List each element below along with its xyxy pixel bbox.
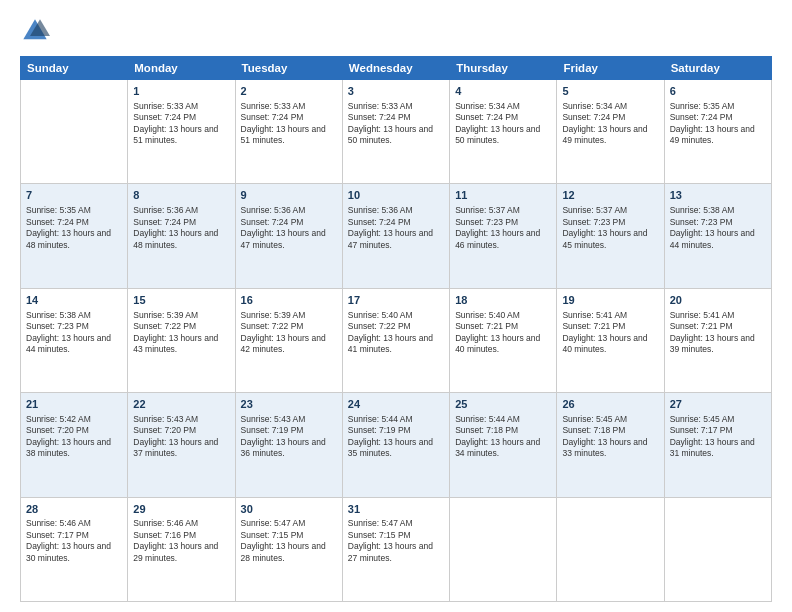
day-info: Sunrise: 5:36 AMSunset: 7:24 PMDaylight:… bbox=[241, 205, 337, 251]
calendar-cell: 31Sunrise: 5:47 AMSunset: 7:15 PMDayligh… bbox=[342, 497, 449, 601]
day-info: Sunrise: 5:35 AMSunset: 7:24 PMDaylight:… bbox=[26, 205, 122, 251]
header-cell-saturday: Saturday bbox=[664, 57, 771, 80]
calendar-cell: 29Sunrise: 5:46 AMSunset: 7:16 PMDayligh… bbox=[128, 497, 235, 601]
day-info: Sunrise: 5:39 AMSunset: 7:22 PMDaylight:… bbox=[133, 310, 229, 356]
day-number: 28 bbox=[26, 502, 122, 517]
calendar-cell: 5Sunrise: 5:34 AMSunset: 7:24 PMDaylight… bbox=[557, 80, 664, 184]
day-number: 20 bbox=[670, 293, 766, 308]
calendar-cell: 17Sunrise: 5:40 AMSunset: 7:22 PMDayligh… bbox=[342, 288, 449, 392]
day-number: 9 bbox=[241, 188, 337, 203]
week-row-2: 7Sunrise: 5:35 AMSunset: 7:24 PMDaylight… bbox=[21, 184, 772, 288]
day-info: Sunrise: 5:43 AMSunset: 7:19 PMDaylight:… bbox=[241, 414, 337, 460]
day-info: Sunrise: 5:37 AMSunset: 7:23 PMDaylight:… bbox=[455, 205, 551, 251]
calendar-table: SundayMondayTuesdayWednesdayThursdayFrid… bbox=[20, 56, 772, 602]
day-number: 5 bbox=[562, 84, 658, 99]
calendar-cell: 12Sunrise: 5:37 AMSunset: 7:23 PMDayligh… bbox=[557, 184, 664, 288]
calendar-cell: 6Sunrise: 5:35 AMSunset: 7:24 PMDaylight… bbox=[664, 80, 771, 184]
week-row-4: 21Sunrise: 5:42 AMSunset: 7:20 PMDayligh… bbox=[21, 393, 772, 497]
calendar-cell: 24Sunrise: 5:44 AMSunset: 7:19 PMDayligh… bbox=[342, 393, 449, 497]
day-number: 1 bbox=[133, 84, 229, 99]
header-cell-friday: Friday bbox=[557, 57, 664, 80]
week-row-5: 28Sunrise: 5:46 AMSunset: 7:17 PMDayligh… bbox=[21, 497, 772, 601]
calendar-cell: 7Sunrise: 5:35 AMSunset: 7:24 PMDaylight… bbox=[21, 184, 128, 288]
day-info: Sunrise: 5:38 AMSunset: 7:23 PMDaylight:… bbox=[670, 205, 766, 251]
day-number: 26 bbox=[562, 397, 658, 412]
day-info: Sunrise: 5:47 AMSunset: 7:15 PMDaylight:… bbox=[241, 518, 337, 564]
day-number: 24 bbox=[348, 397, 444, 412]
day-info: Sunrise: 5:46 AMSunset: 7:17 PMDaylight:… bbox=[26, 518, 122, 564]
calendar-cell bbox=[21, 80, 128, 184]
day-number: 6 bbox=[670, 84, 766, 99]
calendar-cell: 11Sunrise: 5:37 AMSunset: 7:23 PMDayligh… bbox=[450, 184, 557, 288]
day-number: 3 bbox=[348, 84, 444, 99]
header-cell-sunday: Sunday bbox=[21, 57, 128, 80]
day-number: 15 bbox=[133, 293, 229, 308]
calendar-cell: 3Sunrise: 5:33 AMSunset: 7:24 PMDaylight… bbox=[342, 80, 449, 184]
day-info: Sunrise: 5:34 AMSunset: 7:24 PMDaylight:… bbox=[455, 101, 551, 147]
day-number: 10 bbox=[348, 188, 444, 203]
day-info: Sunrise: 5:33 AMSunset: 7:24 PMDaylight:… bbox=[133, 101, 229, 147]
day-info: Sunrise: 5:36 AMSunset: 7:24 PMDaylight:… bbox=[133, 205, 229, 251]
day-info: Sunrise: 5:36 AMSunset: 7:24 PMDaylight:… bbox=[348, 205, 444, 251]
calendar-header: SundayMondayTuesdayWednesdayThursdayFrid… bbox=[21, 57, 772, 80]
calendar-cell: 10Sunrise: 5:36 AMSunset: 7:24 PMDayligh… bbox=[342, 184, 449, 288]
day-number: 17 bbox=[348, 293, 444, 308]
day-info: Sunrise: 5:34 AMSunset: 7:24 PMDaylight:… bbox=[562, 101, 658, 147]
day-number: 12 bbox=[562, 188, 658, 203]
calendar-cell: 28Sunrise: 5:46 AMSunset: 7:17 PMDayligh… bbox=[21, 497, 128, 601]
calendar-cell: 4Sunrise: 5:34 AMSunset: 7:24 PMDaylight… bbox=[450, 80, 557, 184]
calendar-cell: 14Sunrise: 5:38 AMSunset: 7:23 PMDayligh… bbox=[21, 288, 128, 392]
day-info: Sunrise: 5:38 AMSunset: 7:23 PMDaylight:… bbox=[26, 310, 122, 356]
calendar-cell: 27Sunrise: 5:45 AMSunset: 7:17 PMDayligh… bbox=[664, 393, 771, 497]
day-info: Sunrise: 5:44 AMSunset: 7:18 PMDaylight:… bbox=[455, 414, 551, 460]
calendar-cell: 15Sunrise: 5:39 AMSunset: 7:22 PMDayligh… bbox=[128, 288, 235, 392]
logo-icon bbox=[20, 16, 50, 46]
header-cell-tuesday: Tuesday bbox=[235, 57, 342, 80]
day-info: Sunrise: 5:40 AMSunset: 7:21 PMDaylight:… bbox=[455, 310, 551, 356]
day-number: 19 bbox=[562, 293, 658, 308]
day-info: Sunrise: 5:47 AMSunset: 7:15 PMDaylight:… bbox=[348, 518, 444, 564]
week-row-3: 14Sunrise: 5:38 AMSunset: 7:23 PMDayligh… bbox=[21, 288, 772, 392]
day-info: Sunrise: 5:33 AMSunset: 7:24 PMDaylight:… bbox=[241, 101, 337, 147]
day-info: Sunrise: 5:45 AMSunset: 7:18 PMDaylight:… bbox=[562, 414, 658, 460]
calendar-cell: 8Sunrise: 5:36 AMSunset: 7:24 PMDaylight… bbox=[128, 184, 235, 288]
calendar-cell: 16Sunrise: 5:39 AMSunset: 7:22 PMDayligh… bbox=[235, 288, 342, 392]
calendar-cell: 19Sunrise: 5:41 AMSunset: 7:21 PMDayligh… bbox=[557, 288, 664, 392]
day-number: 2 bbox=[241, 84, 337, 99]
calendar-cell: 20Sunrise: 5:41 AMSunset: 7:21 PMDayligh… bbox=[664, 288, 771, 392]
day-info: Sunrise: 5:41 AMSunset: 7:21 PMDaylight:… bbox=[670, 310, 766, 356]
calendar-cell: 22Sunrise: 5:43 AMSunset: 7:20 PMDayligh… bbox=[128, 393, 235, 497]
calendar-cell bbox=[557, 497, 664, 601]
calendar-cell bbox=[664, 497, 771, 601]
day-number: 7 bbox=[26, 188, 122, 203]
day-info: Sunrise: 5:33 AMSunset: 7:24 PMDaylight:… bbox=[348, 101, 444, 147]
header-cell-monday: Monday bbox=[128, 57, 235, 80]
day-number: 23 bbox=[241, 397, 337, 412]
calendar-cell: 26Sunrise: 5:45 AMSunset: 7:18 PMDayligh… bbox=[557, 393, 664, 497]
day-number: 27 bbox=[670, 397, 766, 412]
day-info: Sunrise: 5:42 AMSunset: 7:20 PMDaylight:… bbox=[26, 414, 122, 460]
header-cell-thursday: Thursday bbox=[450, 57, 557, 80]
calendar-cell: 23Sunrise: 5:43 AMSunset: 7:19 PMDayligh… bbox=[235, 393, 342, 497]
calendar-body: 1Sunrise: 5:33 AMSunset: 7:24 PMDaylight… bbox=[21, 80, 772, 602]
day-number: 18 bbox=[455, 293, 551, 308]
header-row: SundayMondayTuesdayWednesdayThursdayFrid… bbox=[21, 57, 772, 80]
day-number: 21 bbox=[26, 397, 122, 412]
day-info: Sunrise: 5:46 AMSunset: 7:16 PMDaylight:… bbox=[133, 518, 229, 564]
day-number: 29 bbox=[133, 502, 229, 517]
page: SundayMondayTuesdayWednesdayThursdayFrid… bbox=[0, 0, 792, 612]
calendar-cell: 18Sunrise: 5:40 AMSunset: 7:21 PMDayligh… bbox=[450, 288, 557, 392]
day-info: Sunrise: 5:44 AMSunset: 7:19 PMDaylight:… bbox=[348, 414, 444, 460]
day-info: Sunrise: 5:39 AMSunset: 7:22 PMDaylight:… bbox=[241, 310, 337, 356]
logo bbox=[20, 16, 54, 46]
week-row-1: 1Sunrise: 5:33 AMSunset: 7:24 PMDaylight… bbox=[21, 80, 772, 184]
day-info: Sunrise: 5:40 AMSunset: 7:22 PMDaylight:… bbox=[348, 310, 444, 356]
calendar-cell: 21Sunrise: 5:42 AMSunset: 7:20 PMDayligh… bbox=[21, 393, 128, 497]
day-number: 16 bbox=[241, 293, 337, 308]
calendar-cell: 2Sunrise: 5:33 AMSunset: 7:24 PMDaylight… bbox=[235, 80, 342, 184]
calendar-cell: 25Sunrise: 5:44 AMSunset: 7:18 PMDayligh… bbox=[450, 393, 557, 497]
day-info: Sunrise: 5:43 AMSunset: 7:20 PMDaylight:… bbox=[133, 414, 229, 460]
day-number: 13 bbox=[670, 188, 766, 203]
day-number: 30 bbox=[241, 502, 337, 517]
calendar-cell: 1Sunrise: 5:33 AMSunset: 7:24 PMDaylight… bbox=[128, 80, 235, 184]
